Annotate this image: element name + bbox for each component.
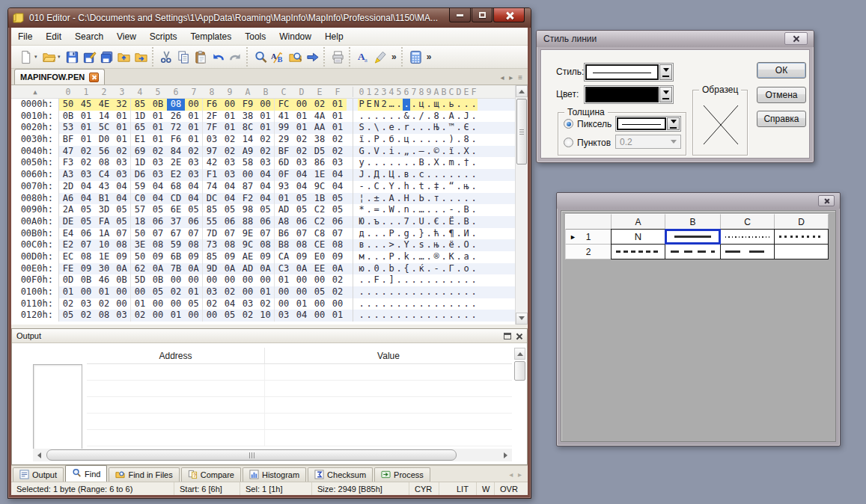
ascii-char[interactable]: =	[373, 204, 380, 216]
ascii-char[interactable]: -	[448, 204, 455, 216]
ascii-char[interactable]: .	[440, 251, 448, 263]
hex-byte[interactable]: 32	[113, 99, 131, 111]
hex-byte[interactable]: 14	[239, 134, 257, 146]
hex-byte[interactable]: 05	[311, 286, 329, 298]
hex-byte[interactable]: 00	[77, 286, 95, 298]
hex-byte[interactable]: 00	[149, 310, 167, 322]
save-as-icon[interactable]	[81, 49, 98, 66]
hex-byte[interactable]: 97	[203, 146, 221, 158]
ascii-char[interactable]: .	[388, 286, 395, 298]
hex-byte[interactable]: 69	[131, 146, 149, 158]
ascii-char[interactable]: .	[358, 274, 365, 286]
scroll-down-icon[interactable]	[516, 313, 528, 325]
ascii-char[interactable]: .	[410, 122, 418, 134]
scroll-right-icon[interactable]	[500, 449, 512, 461]
ascii-char[interactable]: .	[440, 181, 448, 193]
hex-byte[interactable]: 5C	[95, 122, 113, 134]
ascii-char[interactable]: В	[463, 216, 470, 228]
ascii-char[interactable]: .	[395, 263, 403, 275]
ascii-char[interactable]: .	[373, 310, 380, 322]
hex-byte[interactable]: C2	[311, 216, 329, 228]
panel-tab-compare[interactable]: ?Compare	[181, 467, 241, 482]
ascii-char[interactable]: .	[410, 146, 418, 158]
ascii-char[interactable]: h	[403, 181, 410, 193]
hex-byte[interactable]: 05	[329, 204, 347, 216]
redo-icon[interactable]	[227, 49, 244, 66]
hex-byte[interactable]: 05	[185, 204, 203, 216]
ascii-char[interactable]: .	[410, 169, 418, 181]
hex-byte[interactable]: 84	[167, 146, 185, 158]
ascii-char[interactable]: .	[433, 134, 440, 146]
hex-byte[interactable]: 09	[293, 251, 311, 263]
hex-row[interactable]: 0000h:50454E32850B0800F600F900FC000201PE…	[11, 99, 528, 111]
hex-byte[interactable]: 04	[113, 193, 131, 205]
ascii-char[interactable]: .	[403, 298, 410, 310]
hex-byte[interactable]: E2	[167, 169, 185, 181]
ascii-char[interactable]: .	[380, 193, 388, 205]
hex-byte[interactable]: 03	[221, 157, 239, 169]
ascii-char[interactable]: .	[433, 310, 440, 322]
hex-byte[interactable]: 05	[293, 204, 311, 216]
hex-row[interactable]: 0110h:02030200010000050204030200010000..…	[11, 298, 528, 310]
ascii-char[interactable]: .	[410, 216, 418, 228]
hex-byte[interactable]: 01	[149, 134, 167, 146]
hex-byte[interactable]: 06	[293, 216, 311, 228]
hex-byte[interactable]: 50	[131, 251, 149, 263]
hex-vertical-scrollbar[interactable]	[515, 85, 528, 325]
hex-byte[interactable]: 02	[95, 298, 113, 310]
hex-byte[interactable]: A3	[59, 169, 77, 181]
hex-byte[interactable]: 38	[239, 111, 257, 123]
ascii-char[interactable]: .	[380, 157, 388, 169]
ascii-char[interactable]: …	[418, 204, 425, 216]
hex-byte[interactable]: 00	[311, 274, 329, 286]
combo-dropdown-icon[interactable]	[659, 87, 672, 102]
hex-byte[interactable]: 07	[329, 228, 347, 240]
ascii-char[interactable]: S	[358, 122, 365, 134]
hex-byte[interactable]: 06	[77, 228, 95, 240]
hex-byte[interactable]: 00	[311, 298, 329, 310]
hex-byte[interactable]: 01	[221, 122, 239, 134]
ascii-char[interactable]: Ь	[418, 193, 425, 205]
ascii-char[interactable]: .	[365, 274, 373, 286]
ascii-char[interactable]: В	[463, 204, 470, 216]
ascii-char[interactable]: .	[410, 263, 418, 275]
hex-byte[interactable]: 09	[113, 251, 131, 263]
hex-byte[interactable]: 02	[311, 99, 329, 111]
new-icon[interactable]	[17, 49, 34, 66]
hex-row[interactable]: 0010h:0B0114011D0126012F01380141014A01..…	[11, 111, 528, 123]
hex-byte[interactable]: 00	[203, 310, 221, 322]
hex-byte[interactable]: 03	[77, 298, 95, 310]
ascii-char[interactable]: .	[470, 239, 478, 251]
ascii-char[interactable]: щ	[433, 99, 440, 111]
hex-byte[interactable]: 07	[293, 228, 311, 240]
hex-byte[interactable]: 2F	[203, 111, 221, 123]
hex-byte[interactable]: 05	[221, 310, 239, 322]
hex-byte[interactable]: 29	[275, 134, 293, 146]
ascii-char[interactable]: .	[395, 251, 403, 263]
hex-byte[interactable]: 72	[167, 122, 185, 134]
ascii-char[interactable]: ї	[448, 146, 455, 158]
ascii-char[interactable]: .	[418, 274, 425, 286]
menu-item-search[interactable]: Search	[68, 31, 110, 42]
hex-byte[interactable]: 01	[113, 111, 131, 123]
scroll-thumb[interactable]	[46, 449, 457, 461]
hex-byte[interactable]: 04	[221, 193, 239, 205]
dropdown-arrow-icon[interactable]: ▾	[58, 54, 64, 60]
hex-byte[interactable]: 01	[293, 122, 311, 134]
ascii-char[interactable]: .	[455, 193, 463, 205]
ascii-char[interactable]: .	[380, 239, 388, 251]
hex-byte[interactable]: 00	[239, 274, 257, 286]
hex-byte[interactable]: 02	[203, 298, 221, 310]
hex-byte[interactable]: 09	[221, 251, 239, 263]
hex-byte[interactable]: 05	[59, 310, 77, 322]
ascii-char[interactable]: .	[463, 99, 470, 111]
hex-byte[interactable]: D6	[131, 169, 149, 181]
hex-byte[interactable]: 06	[329, 216, 347, 228]
panel-tab-find-in-files[interactable]: Find in Files	[109, 467, 179, 482]
hex-byte[interactable]: 4A	[311, 111, 329, 123]
ascii-char[interactable]: e	[388, 122, 395, 134]
ascii-char[interactable]: Х	[463, 146, 470, 158]
hex-byte[interactable]: 08	[95, 310, 113, 322]
grid-close-button[interactable]	[818, 195, 835, 206]
ascii-char[interactable]: .	[440, 310, 448, 322]
